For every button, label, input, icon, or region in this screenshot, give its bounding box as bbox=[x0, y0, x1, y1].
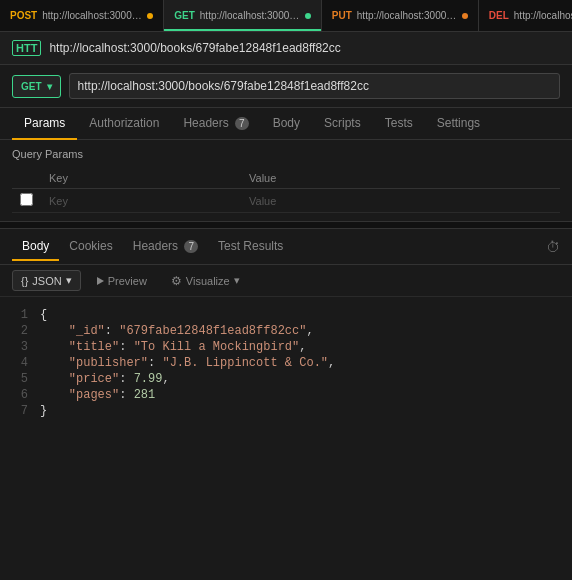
param-checkbox[interactable] bbox=[12, 189, 41, 213]
url-bar-area: HTT http://localhost:3000/books/679fabe1… bbox=[0, 32, 572, 65]
code-line-7: 7 } bbox=[0, 403, 572, 419]
request-bar: GET ▾ bbox=[0, 65, 572, 108]
code-key-3: "title" bbox=[40, 340, 119, 354]
line-num-3: 3 bbox=[0, 340, 40, 354]
tab-scripts[interactable]: Scripts bbox=[312, 108, 373, 140]
section-divider bbox=[0, 221, 572, 229]
code-key-6: "pages" bbox=[40, 388, 119, 402]
tab-post-dot bbox=[147, 13, 153, 19]
line-num-5: 5 bbox=[0, 372, 40, 386]
tab-post[interactable]: POST http://localhost:3000/b... bbox=[0, 0, 164, 31]
tab-del[interactable]: DEL http://localhost:3000/... bbox=[479, 0, 572, 31]
format-chevron-icon: ▾ bbox=[66, 274, 72, 287]
tab-put-method: PUT bbox=[332, 10, 352, 21]
code-line-4: 4 "publisher": "J.B. Lippincott & Co.", bbox=[0, 355, 572, 371]
tab-bar: POST http://localhost:3000/b... GET http… bbox=[0, 0, 572, 32]
tab-tests[interactable]: Tests bbox=[373, 108, 425, 140]
body-tab-cookies[interactable]: Cookies bbox=[59, 233, 122, 261]
preview-button[interactable]: Preview bbox=[89, 272, 155, 290]
line-num-2: 2 bbox=[0, 324, 40, 338]
tab-body[interactable]: Body bbox=[261, 108, 312, 140]
code-line-2: 2 "_id": "679fabe12848f1ead8ff82cc", bbox=[0, 323, 572, 339]
history-icon[interactable]: ⏱ bbox=[546, 239, 560, 255]
query-params-section: Query Params Key Value Key Value bbox=[0, 140, 572, 221]
code-content-3: "title": "To Kill a Mockingbird", bbox=[40, 340, 306, 354]
tab-post-url: http://localhost:3000/b... bbox=[42, 10, 142, 21]
url-input[interactable] bbox=[69, 73, 560, 99]
visualize-button[interactable]: ⚙ Visualize ▾ bbox=[163, 271, 248, 291]
visualize-chevron-icon: ▾ bbox=[234, 274, 240, 287]
tab-del-url: http://localhost:3000/... bbox=[514, 10, 572, 21]
code-key-4: "publisher" bbox=[40, 356, 148, 370]
query-params-title: Query Params bbox=[12, 148, 560, 160]
format-label: JSON bbox=[32, 275, 61, 287]
line-num-7: 7 bbox=[0, 404, 40, 418]
code-line-1: 1 { bbox=[0, 307, 572, 323]
param-value-cell[interactable]: Value bbox=[241, 189, 560, 213]
body-headers-badge: 7 bbox=[184, 240, 198, 253]
body-tab-headers[interactable]: Headers 7 bbox=[123, 233, 208, 261]
line-num-4: 4 bbox=[0, 356, 40, 370]
params-table: Key Value Key Value bbox=[12, 168, 560, 213]
code-line-5: 5 "price": 7.99, bbox=[0, 371, 572, 387]
tab-get[interactable]: GET http://localhost:3000/b... bbox=[164, 0, 322, 31]
preview-label: Preview bbox=[108, 275, 147, 287]
tab-authorization[interactable]: Authorization bbox=[77, 108, 171, 140]
param-row-empty: Key Value bbox=[12, 189, 560, 213]
tab-put[interactable]: PUT http://localhost:3000/b... bbox=[322, 0, 479, 31]
headers-badge: 7 bbox=[235, 117, 249, 130]
param-checkbox-input[interactable] bbox=[20, 193, 33, 206]
visualize-label: Visualize bbox=[186, 275, 230, 287]
code-line-3: 3 "title": "To Kill a Mockingbird", bbox=[0, 339, 572, 355]
code-brace-close: } bbox=[40, 404, 47, 418]
body-tabs-nav: Body Cookies Headers 7 Test Results ⏱ bbox=[0, 229, 572, 265]
tab-settings[interactable]: Settings bbox=[425, 108, 492, 140]
tab-del-method: DEL bbox=[489, 10, 509, 21]
code-key-5: "price" bbox=[40, 372, 119, 386]
tab-headers[interactable]: Headers 7 bbox=[171, 108, 260, 140]
code-view: 1 { 2 "_id": "679fabe12848f1ead8ff82cc",… bbox=[0, 297, 572, 429]
tab-get-url: http://localhost:3000/b... bbox=[200, 10, 300, 21]
http-icon: HTT bbox=[12, 40, 41, 56]
tab-put-url: http://localhost:3000/b... bbox=[357, 10, 457, 21]
tab-params[interactable]: Params bbox=[12, 108, 77, 140]
key-col-header: Key bbox=[41, 168, 241, 189]
checkbox-col-header bbox=[12, 168, 41, 189]
method-select[interactable]: GET ▾ bbox=[12, 75, 61, 98]
code-key-2: "_id" bbox=[40, 324, 105, 338]
url-bar-display: http://localhost:3000/books/679fabe12848… bbox=[49, 41, 340, 55]
code-val-3: "To Kill a Mockingbird" bbox=[134, 340, 300, 354]
line-num-1: 1 bbox=[0, 308, 40, 322]
method-chevron-icon: ▾ bbox=[47, 81, 52, 92]
visualize-icon: ⚙ bbox=[171, 274, 182, 288]
code-content-6: "pages": 281 bbox=[40, 388, 155, 402]
format-select[interactable]: {} JSON ▾ bbox=[12, 270, 81, 291]
code-val-2: "679fabe12848f1ead8ff82cc" bbox=[119, 324, 306, 338]
param-key-cell[interactable]: Key bbox=[41, 189, 241, 213]
code-content-2: "_id": "679fabe12848f1ead8ff82cc", bbox=[40, 324, 314, 338]
param-value-placeholder: Value bbox=[249, 195, 276, 207]
tab-get-method: GET bbox=[174, 10, 195, 21]
curly-braces-icon: {} bbox=[21, 275, 28, 287]
tab-get-dot bbox=[305, 13, 311, 19]
body-section: Body Cookies Headers 7 Test Results ⏱ {}… bbox=[0, 229, 572, 429]
code-content-5: "price": 7.99, bbox=[40, 372, 170, 386]
param-key-placeholder: Key bbox=[49, 195, 68, 207]
code-brace-open: { bbox=[40, 308, 47, 322]
play-icon bbox=[97, 277, 104, 285]
value-col-header: Value bbox=[241, 168, 560, 189]
tab-put-dot bbox=[462, 13, 468, 19]
code-val-6: 281 bbox=[134, 388, 156, 402]
code-val-5: 7.99 bbox=[134, 372, 163, 386]
body-tab-test-results[interactable]: Test Results bbox=[208, 233, 293, 261]
line-num-6: 6 bbox=[0, 388, 40, 402]
code-line-6: 6 "pages": 281 bbox=[0, 387, 572, 403]
format-bar: {} JSON ▾ Preview ⚙ Visualize ▾ bbox=[0, 265, 572, 297]
body-tab-body[interactable]: Body bbox=[12, 233, 59, 261]
request-tabs-nav: Params Authorization Headers 7 Body Scri… bbox=[0, 108, 572, 140]
tab-post-method: POST bbox=[10, 10, 37, 21]
code-content-4: "publisher": "J.B. Lippincott & Co.", bbox=[40, 356, 335, 370]
code-val-4: "J.B. Lippincott & Co." bbox=[162, 356, 328, 370]
method-label: GET bbox=[21, 81, 42, 92]
